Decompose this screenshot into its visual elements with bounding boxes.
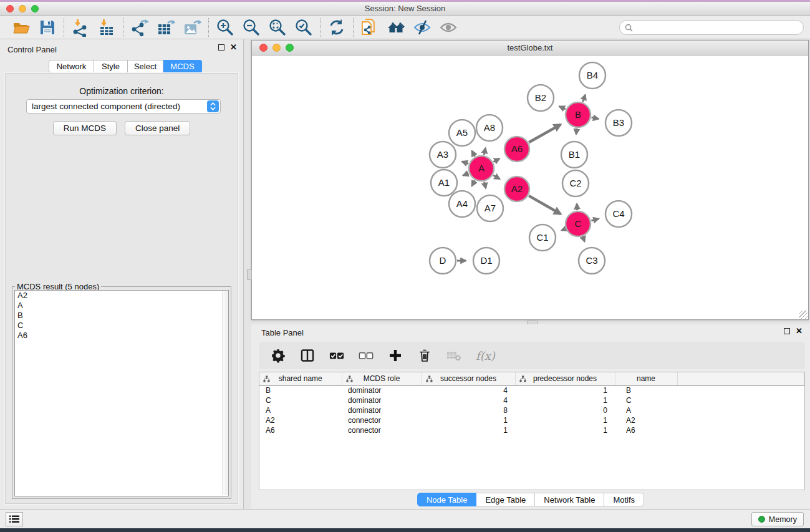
graph-node-D[interactable]: D: [430, 248, 456, 274]
result-item-a6[interactable]: A6: [15, 331, 228, 341]
table-row[interactable]: A2connector11A2: [259, 415, 804, 425]
zoom-out-button[interactable]: [241, 17, 261, 37]
cell-MCDS-role[interactable]: connector: [342, 415, 422, 425]
tab-mcds[interactable]: MCDS: [163, 60, 202, 73]
graph-node-B4[interactable]: B4: [579, 62, 605, 89]
node-table[interactable]: shared nameMCDS rolesuccessor nodesprede…: [259, 372, 805, 490]
edge-C-C3[interactable]: [583, 237, 585, 241]
edge-A-A5[interactable]: [472, 151, 475, 157]
edge-B-B1[interactable]: [576, 128, 577, 134]
edge-C-C2[interactable]: [577, 204, 577, 210]
cell-MCDS-role[interactable]: connector: [342, 425, 422, 435]
column-header-MCDS-role[interactable]: MCDS role: [342, 372, 422, 385]
result-item-a2[interactable]: A2: [15, 291, 228, 301]
network-window-titlebar[interactable]: testGlobe.txt: [252, 41, 808, 56]
graph-node-B[interactable]: B: [566, 102, 591, 127]
vertical-splitter-grip[interactable]: [247, 269, 252, 280]
cell-MCDS-role[interactable]: dominator: [342, 395, 422, 405]
cell-shared-name[interactable]: A2: [259, 415, 342, 425]
column-header-predecessor-nodes[interactable]: predecessor nodes: [515, 372, 615, 385]
tab-network[interactable]: Network: [49, 60, 94, 73]
edge-A-A7[interactable]: [485, 181, 486, 188]
add-column-button[interactable]: [387, 347, 403, 364]
tab-motifs[interactable]: Motifs: [604, 493, 644, 506]
scrollbar-track[interactable]: [222, 291, 228, 495]
mcds-result-list[interactable]: A2ABCA6: [14, 290, 229, 496]
result-item-a[interactable]: A: [15, 301, 228, 311]
table-row[interactable]: Adominator80A: [259, 405, 804, 415]
delete-column-button[interactable]: [417, 347, 433, 364]
column-header-successor-nodes[interactable]: successor nodes: [422, 372, 515, 385]
graph-node-C2[interactable]: C2: [562, 170, 589, 196]
show-details-button[interactable]: [438, 17, 458, 37]
edge-A-A8[interactable]: [484, 148, 485, 155]
graph-node-A4[interactable]: A4: [449, 191, 475, 217]
graph-node-A[interactable]: A: [469, 156, 494, 181]
edge-C-C1[interactable]: [562, 229, 566, 230]
table-settings-button[interactable]: [270, 347, 286, 364]
result-item-c[interactable]: C: [15, 321, 228, 331]
table-row[interactable]: Cdominator41C: [259, 395, 804, 405]
close-table-panel-icon[interactable]: ✕: [796, 328, 803, 334]
cell-name[interactable]: B: [615, 385, 677, 395]
deselect-all-button[interactable]: [358, 347, 374, 364]
graph-node-C1[interactable]: C1: [529, 225, 556, 251]
float-table-panel-icon[interactable]: [784, 328, 790, 334]
edge-A6-B[interactable]: [529, 125, 561, 143]
refresh-button[interactable]: [327, 17, 347, 37]
cell-shared-name[interactable]: A: [259, 405, 342, 415]
export-table-button[interactable]: [156, 17, 176, 37]
graph-node-D1[interactable]: D1: [473, 248, 499, 274]
export-image-button[interactable]: [182, 17, 202, 37]
home-button[interactable]: [386, 17, 406, 37]
edge-A2-C[interactable]: [529, 196, 561, 214]
cell-predecessor-nodes[interactable]: 1: [515, 415, 615, 425]
table-row[interactable]: A6connector11A6: [259, 425, 804, 435]
export-network-button[interactable]: [130, 17, 150, 37]
cell-MCDS-role[interactable]: dominator: [342, 385, 422, 395]
close-panel-button[interactable]: Close panel: [125, 121, 190, 135]
tab-node-table[interactable]: Node Table: [417, 493, 477, 506]
table-row[interactable]: Bdominator41B: [259, 385, 804, 395]
zoom-selected-button[interactable]: [294, 17, 314, 37]
run-mcds-button[interactable]: Run MCDS: [53, 121, 117, 135]
save-session-button[interactable]: [37, 17, 57, 37]
graph-node-A8[interactable]: A8: [476, 115, 503, 141]
cell-predecessor-nodes[interactable]: 0: [515, 405, 615, 415]
cell-successor-nodes[interactable]: 4: [422, 385, 515, 395]
memory-button[interactable]: Memory: [751, 512, 804, 526]
import-network-button[interactable]: [70, 17, 90, 37]
cell-MCDS-role[interactable]: dominator: [342, 405, 422, 415]
edge-A-A4[interactable]: [472, 180, 475, 186]
cell-predecessor-nodes[interactable]: 1: [515, 425, 615, 435]
graph-node-A2[interactable]: A2: [504, 177, 529, 201]
network-from-file-button[interactable]: [360, 17, 380, 37]
column-header-name[interactable]: name: [615, 372, 677, 385]
cell-predecessor-nodes[interactable]: 1: [515, 395, 615, 405]
cell-successor-nodes[interactable]: 1: [422, 425, 515, 435]
graph-node-C4[interactable]: C4: [605, 201, 632, 227]
cell-shared-name[interactable]: A6: [259, 425, 342, 435]
close-panel-icon[interactable]: ✕: [230, 44, 237, 51]
cell-successor-nodes[interactable]: 4: [422, 395, 515, 405]
float-panel-icon[interactable]: [218, 44, 224, 51]
cell-name[interactable]: A: [615, 405, 677, 415]
graph-node-B3[interactable]: B3: [605, 110, 632, 136]
cell-name[interactable]: C: [615, 395, 677, 405]
edge-A-A3[interactable]: [462, 162, 468, 164]
tab-style[interactable]: Style: [94, 60, 128, 73]
edge-B-B2[interactable]: [559, 107, 566, 109]
cell-predecessor-nodes[interactable]: 1: [515, 385, 615, 395]
tab-network-table[interactable]: Network Table: [535, 493, 604, 506]
edge-C-C4[interactable]: [591, 219, 599, 221]
delete-table-button[interactable]: [446, 347, 462, 364]
criterion-select[interactable]: largest connected component (directed): [26, 99, 221, 114]
cell-successor-nodes[interactable]: 8: [422, 405, 515, 415]
tab-select[interactable]: Select: [128, 60, 163, 73]
network-canvas[interactable]: B4B2BB3A5A8A6B1A3AA1C2A2A4A7C4CC1C3DD1: [252, 56, 808, 319]
edge-A-A2[interactable]: [493, 175, 499, 179]
graph-node-A1[interactable]: A1: [431, 170, 457, 196]
zoom-in-button[interactable]: [215, 17, 235, 37]
split-view-button[interactable]: [299, 347, 316, 364]
cell-shared-name[interactable]: C: [259, 395, 342, 405]
